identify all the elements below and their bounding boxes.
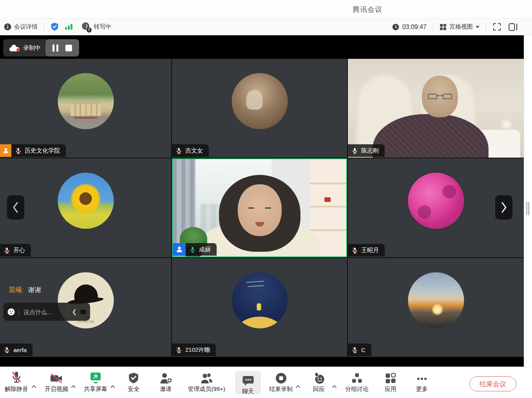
mic-muted-icon — [0, 369, 34, 384]
more-button[interactable]: 更多 — [404, 369, 440, 393]
participant-tile[interactable]: 历史文化学院 — [0, 59, 171, 158]
unmute-options-chevron-icon[interactable] — [31, 383, 36, 390]
nameplate: 陈志刚 — [348, 144, 385, 157]
share-options-chevron-icon[interactable] — [110, 383, 115, 390]
recording-options-chevron-icon[interactable] — [295, 383, 300, 390]
clock-icon — [392, 24, 399, 31]
mic-active-icon — [189, 246, 196, 253]
transcribing-status: 转写中 — [94, 23, 112, 31]
avatar — [408, 273, 464, 329]
nameplate: C — [348, 343, 371, 356]
chat-message-input[interactable] — [23, 308, 64, 316]
participant-name: 历史文化学院 — [25, 147, 60, 154]
more-dots-icon — [404, 369, 440, 384]
participant-name: C — [361, 347, 366, 353]
side-panel-layout-icon[interactable] — [508, 23, 518, 31]
participant-tile[interactable]: 开心 — [0, 158, 171, 257]
bottom-toolbar: 解除静音 开启视频 — [0, 367, 532, 398]
previous-page-button[interactable] — [7, 195, 24, 220]
nameplate: aerfa — [0, 343, 33, 356]
invite-person-icon — [148, 369, 183, 384]
next-page-button[interactable] — [495, 195, 512, 220]
avatar — [232, 73, 288, 129]
mic-muted-icon — [176, 147, 182, 154]
participant-tile[interactable]: 2102许瞻 — [172, 258, 347, 357]
image-thumbnail-icon[interactable] — [80, 310, 86, 314]
participant-tile[interactable]: 陈志刚 — [348, 59, 524, 158]
participant-tile[interactable]: C — [348, 258, 524, 357]
title-bar: 腾讯会议 — [0, 0, 532, 18]
fullscreen-icon[interactable] — [492, 22, 501, 31]
participant-name: 开心 — [13, 247, 25, 254]
participant-tile[interactable]: 吉文女 — [172, 59, 347, 158]
participant-name: 2102许瞻 — [185, 346, 210, 354]
mic-muted-icon — [351, 247, 358, 254]
host-user-badge-icon — [173, 243, 186, 256]
recording-controls — [45, 39, 79, 56]
apps-grid-icon — [373, 369, 408, 384]
waiting-user-badge-icon — [0, 144, 11, 157]
camera-off-icon — [39, 369, 74, 384]
manage-members-button[interactable]: 管理成员(99+) — [179, 369, 234, 393]
info-icon[interactable] — [4, 23, 11, 31]
emoji-icon[interactable] — [7, 308, 15, 316]
tencent-meeting-window: 腾讯会议 会议详情 T 转写中 — [0, 0, 532, 398]
menu-bar-right: 03:09:47 宫格视图 — [392, 19, 518, 35]
pause-recording-button[interactable] — [52, 44, 58, 52]
video-stage: 录制中 — [0, 35, 524, 367]
participant-name: 王昭月 — [361, 247, 379, 254]
divider — [68, 307, 68, 316]
menu-bar: 会议详情 T 转写中 03:09:47 — [0, 18, 532, 35]
chat-sender: 晨曦: — [9, 286, 24, 294]
invite-button[interactable]: 邀请 — [148, 369, 183, 393]
security-shield-icon[interactable] — [51, 22, 59, 31]
unmute-button[interactable]: 解除静音 — [0, 369, 34, 393]
share-screen-button[interactable]: 共享屏幕 — [78, 369, 113, 393]
transcription-icon[interactable]: T — [82, 22, 91, 32]
stop-recording-button[interactable] — [65, 45, 72, 51]
reactions-button[interactable]: 回应 — [301, 369, 337, 393]
start-video-button[interactable]: 开启视频 — [39, 369, 74, 393]
video-options-chevron-icon[interactable] — [71, 383, 76, 390]
shield-check-icon — [116, 369, 151, 384]
mic-muted-icon — [15, 147, 22, 154]
stop-record-icon — [263, 369, 299, 384]
live-video — [173, 159, 346, 256]
live-video — [348, 59, 524, 158]
right-side-strip — [524, 35, 532, 367]
divider — [433, 24, 433, 31]
menu-bar-left: 会议详情 T 转写中 — [4, 19, 112, 35]
nameplate: 开心 — [0, 244, 31, 256]
scrollbar[interactable] — [526, 202, 529, 215]
security-button[interactable]: 安全 — [116, 369, 151, 393]
share-screen-icon — [78, 369, 113, 384]
window-title: 腾讯会议 — [353, 5, 382, 14]
reactions-options-chevron-icon[interactable] — [332, 383, 337, 390]
avatar — [58, 73, 114, 129]
avatar — [408, 173, 464, 229]
mic-on-icon — [351, 147, 358, 154]
mic-muted-icon — [4, 347, 10, 353]
chat-button[interactable]: 聊天 — [235, 371, 261, 394]
meeting-details-link[interactable]: 会议详情 — [14, 23, 38, 31]
chat-bubble-icon — [235, 372, 261, 387]
avatar — [232, 273, 288, 329]
participant-name: aerfa — [13, 347, 27, 353]
chat-message: 晨曦: 谢谢 — [9, 285, 41, 294]
apps-button[interactable]: 应用 — [373, 369, 408, 393]
participant-tile-active-speaker[interactable]: 成丽 — [172, 158, 347, 257]
end-meeting-button[interactable]: 结束会议 — [469, 376, 516, 391]
mic-muted-icon — [351, 347, 358, 353]
breakout-rooms-button[interactable]: 分组讨论 — [339, 369, 375, 393]
nameplate: 成丽 — [186, 243, 217, 256]
cloud-recording-icon — [9, 45, 20, 51]
end-recording-button[interactable]: 结束录制 — [263, 369, 299, 393]
nameplate: 王昭月 — [348, 244, 385, 256]
view-mode-selector[interactable]: 宫格视图 — [449, 23, 473, 31]
mic-muted-icon — [4, 247, 10, 254]
chevron-down-icon[interactable] — [476, 26, 480, 28]
collapse-chat-icon[interactable]: ❮ — [72, 308, 77, 315]
grid-view-icon[interactable] — [440, 24, 447, 31]
reaction-smiley-icon — [301, 369, 337, 384]
network-signal-icon[interactable] — [65, 24, 72, 30]
